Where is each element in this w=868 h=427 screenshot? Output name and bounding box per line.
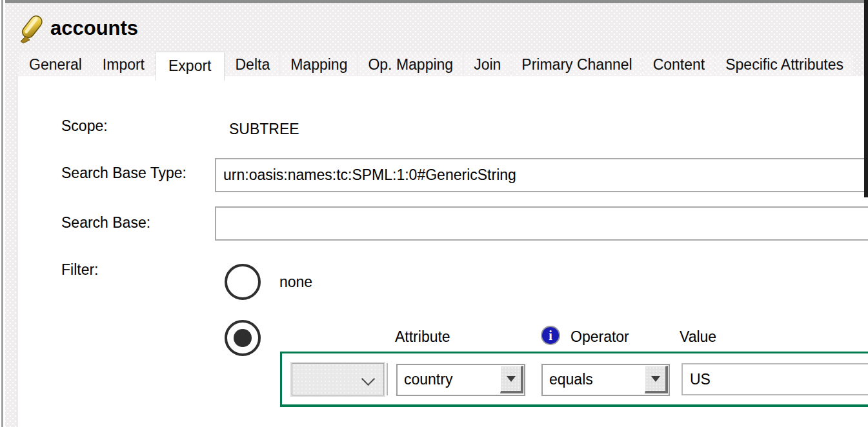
scope-value: SUBTREE bbox=[229, 121, 299, 138]
window-right-edge bbox=[864, 0, 868, 197]
filter-none-radio[interactable] bbox=[225, 264, 261, 300]
tab-op-mapping[interactable]: Op. Mapping bbox=[358, 54, 463, 76]
filter-none-label: none bbox=[279, 273, 312, 291]
tab-primary-channel[interactable]: Primary Channel bbox=[512, 54, 641, 76]
search-base-input[interactable] bbox=[215, 206, 868, 241]
export-config-screen: { "window": { "title": "accounts", "titl… bbox=[0, 0, 868, 427]
filter-header-operator: Operator bbox=[570, 328, 629, 346]
scope-label: Scope: bbox=[61, 117, 108, 135]
filter-custom-radio[interactable] bbox=[225, 320, 261, 356]
filter-header-attribute: Attribute bbox=[395, 328, 450, 346]
tab-bar: General Import Export Delta Mapping Op. … bbox=[19, 54, 853, 76]
tab-general[interactable]: General bbox=[19, 54, 92, 76]
filter-label: Filter: bbox=[61, 261, 99, 279]
operator-info-icon[interactable]: i bbox=[542, 327, 559, 344]
window-left-edge bbox=[1, 0, 3, 427]
column-separator bbox=[387, 363, 388, 395]
operator-dropdown-button[interactable] bbox=[645, 366, 668, 393]
tab-delta[interactable]: Delta bbox=[226, 54, 280, 76]
dropdown-arrow-icon bbox=[651, 376, 660, 382]
operator-combobox-value: equals bbox=[549, 371, 593, 388]
attribute-combobox[interactable]: country bbox=[396, 364, 525, 396]
search-base-label: Search Base: bbox=[61, 214, 150, 232]
title-row: accounts bbox=[17, 13, 138, 44]
tab-import[interactable]: Import bbox=[93, 54, 154, 76]
filter-condition-table: country equals bbox=[280, 352, 868, 407]
search-base-type-label: Search Base Type: bbox=[61, 164, 187, 182]
filter-value-input[interactable] bbox=[681, 363, 868, 395]
operator-combobox[interactable]: equals bbox=[541, 364, 670, 396]
tab-mapping[interactable]: Mapping bbox=[281, 54, 357, 76]
attribute-dropdown-button[interactable] bbox=[500, 366, 523, 393]
filter-group-dropdown[interactable] bbox=[292, 363, 384, 395]
left-margin-texture bbox=[5, 3, 17, 427]
radio-selected-dot bbox=[234, 329, 252, 347]
tab-specific-attributes[interactable]: Specific Attributes bbox=[716, 54, 853, 76]
tab-content[interactable]: Content bbox=[643, 54, 715, 76]
filter-header-value: Value bbox=[680, 328, 716, 346]
chevron-down-icon bbox=[361, 372, 375, 386]
gold-key-icon bbox=[17, 13, 45, 44]
tab-join[interactable]: Join bbox=[464, 54, 510, 76]
tab-export[interactable]: Export bbox=[156, 52, 224, 81]
dropdown-arrow-icon bbox=[507, 376, 516, 382]
page-title: accounts bbox=[50, 17, 138, 40]
search-base-type-input[interactable] bbox=[215, 158, 868, 192]
attribute-combobox-value: country bbox=[404, 371, 452, 388]
